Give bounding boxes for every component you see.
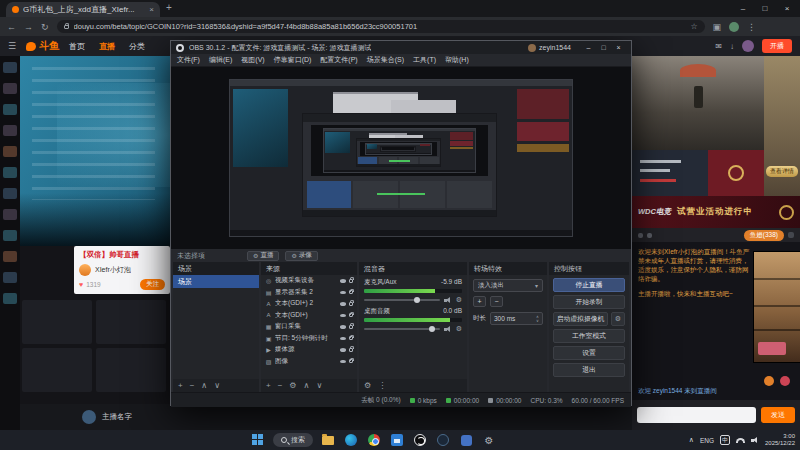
obs-minimize-button[interactable]	[581, 44, 596, 51]
lock-icon[interactable]	[349, 313, 353, 317]
source-item[interactable]: 节目: 5分钟倒计时	[261, 333, 357, 345]
source-item[interactable]: 文本(GDI+)	[261, 310, 357, 322]
lock-icon[interactable]	[349, 348, 353, 352]
source-properties-icon[interactable]	[289, 382, 296, 390]
download-icon[interactable]	[730, 42, 734, 51]
anchor-avatar[interactable]	[82, 410, 96, 424]
start-recording-button[interactable]: 开始录制	[553, 295, 625, 309]
obs-close-button[interactable]	[611, 44, 626, 51]
menu-edit[interactable]: 编辑(E)	[209, 55, 232, 65]
detail-button[interactable]: 查看详情	[766, 166, 798, 177]
virtual-camera-settings-icon[interactable]	[611, 312, 625, 326]
menu-view[interactable]: 视图(V)	[241, 55, 264, 65]
event-banner[interactable]: WDC电竞 试营业活动进行中	[632, 196, 800, 228]
bookmark-star-icon[interactable]	[690, 22, 697, 31]
mixer-settings-icon[interactable]	[364, 382, 371, 390]
language-indicator[interactable]: ENG	[700, 437, 714, 444]
volume-slider[interactable]	[364, 325, 440, 333]
obs-taskbar-icon[interactable]	[412, 432, 428, 448]
menu-help[interactable]: 帮助(H)	[445, 55, 469, 65]
hamburger-icon[interactable]	[8, 41, 16, 51]
send-button[interactable]: 发送	[761, 407, 795, 423]
profile-avatar[interactable]	[729, 22, 739, 32]
obs-maximize-button[interactable]	[596, 44, 611, 51]
edge-icon[interactable]	[343, 432, 359, 448]
follow-button[interactable]: 关注	[140, 279, 165, 290]
store-icon[interactable]	[389, 432, 405, 448]
preview-record-button[interactable]: 录像	[285, 251, 317, 261]
promo-banner-right[interactable]	[708, 150, 764, 196]
sources-dock-title[interactable]: 来源	[261, 262, 357, 275]
nav-live[interactable]: 直播	[99, 41, 115, 52]
steam-icon[interactable]	[435, 432, 451, 448]
ime-indicator[interactable]: 中	[720, 435, 730, 445]
url-input[interactable]	[74, 22, 686, 31]
gift-icon[interactable]	[764, 376, 774, 386]
tab-close-icon[interactable]	[149, 5, 154, 14]
visibility-icon[interactable]	[340, 291, 346, 295]
move-source-up-icon[interactable]	[304, 382, 310, 390]
stop-streaming-button[interactable]: 停止直播	[553, 278, 625, 292]
exit-button[interactable]: 退出	[553, 363, 625, 377]
obs-preview[interactable]	[171, 67, 631, 249]
volume-icon[interactable]	[751, 437, 759, 444]
chat-tab-icon[interactable]	[638, 233, 643, 238]
visibility-icon[interactable]	[340, 314, 346, 318]
settings-button[interactable]: 设置	[553, 346, 625, 360]
stream-card[interactable]	[22, 348, 92, 392]
fin-badge[interactable]: 鱼翅(338)	[744, 230, 784, 241]
lock-icon[interactable]	[349, 325, 353, 329]
volume-slider[interactable]	[364, 296, 440, 304]
source-item[interactable]: 显示器采集 2	[261, 287, 357, 299]
visibility-icon[interactable]	[340, 302, 346, 306]
visibility-icon[interactable]	[340, 348, 346, 352]
remove-source-icon[interactable]	[278, 382, 283, 390]
duration-spinner[interactable]: 300 ms	[490, 312, 543, 325]
menu-file[interactable]: 文件(F)	[177, 55, 200, 65]
promo-banners-row[interactable]	[632, 150, 764, 196]
source-item[interactable]: 图像	[261, 356, 357, 368]
speaker-icon[interactable]	[444, 297, 452, 304]
stream-card[interactable]	[96, 348, 166, 392]
chat-input[interactable]	[637, 407, 756, 423]
remove-transition-button[interactable]	[490, 296, 503, 307]
start-button[interactable]	[250, 432, 266, 448]
add-source-icon[interactable]	[266, 382, 271, 390]
user-avatar[interactable]	[742, 40, 754, 52]
stream-card[interactable]	[96, 300, 166, 344]
transition-select[interactable]: 淡入淡出	[473, 279, 543, 292]
browser-tab[interactable]: G币礼包_上房_xdd直播_XIefr...	[6, 2, 160, 17]
scene-item[interactable]: 场景	[173, 275, 259, 288]
add-transition-button[interactable]	[473, 296, 486, 307]
add-scene-icon[interactable]	[178, 382, 183, 390]
address-bar[interactable]	[57, 20, 705, 33]
taskbar-search[interactable]: 搜索	[273, 433, 313, 447]
gift-icon[interactable]	[780, 376, 790, 386]
wifi-icon[interactable]	[736, 438, 745, 443]
menu-scene-collection[interactable]: 场景集合(S)	[367, 55, 404, 65]
extensions-icon[interactable]	[713, 22, 722, 32]
nav-categories[interactable]: 分类	[129, 41, 145, 52]
promo-banner-left[interactable]	[632, 150, 708, 196]
visibility-icon[interactable]	[340, 325, 346, 329]
close-button[interactable]	[776, 0, 798, 17]
file-explorer-icon[interactable]	[320, 432, 336, 448]
visibility-icon[interactable]	[340, 279, 346, 283]
menu-docks[interactable]: 停靠窗口(D)	[274, 55, 312, 65]
pubg-promo-image[interactable]	[632, 56, 764, 150]
menu-profile[interactable]: 配置文件(P)	[320, 55, 357, 65]
browser-menu-icon[interactable]	[747, 22, 756, 32]
sidebar-thumbnail-strip[interactable]	[0, 56, 20, 430]
douyu-logo[interactable]: 斗鱼	[26, 39, 59, 53]
channel-settings-icon[interactable]	[456, 296, 462, 304]
reload-icon[interactable]	[41, 22, 49, 32]
virtual-camera-button[interactable]: 启动虚拟摄像机	[553, 312, 608, 326]
source-item[interactable]: 窗口采集	[261, 321, 357, 333]
lock-icon[interactable]	[349, 336, 353, 340]
maximize-button[interactable]	[754, 0, 776, 17]
speaker-icon[interactable]	[444, 326, 452, 333]
back-icon[interactable]	[7, 22, 16, 32]
mixer-menu-icon[interactable]	[378, 382, 386, 390]
stream-card[interactable]	[22, 300, 92, 344]
forward-icon[interactable]	[24, 22, 33, 32]
